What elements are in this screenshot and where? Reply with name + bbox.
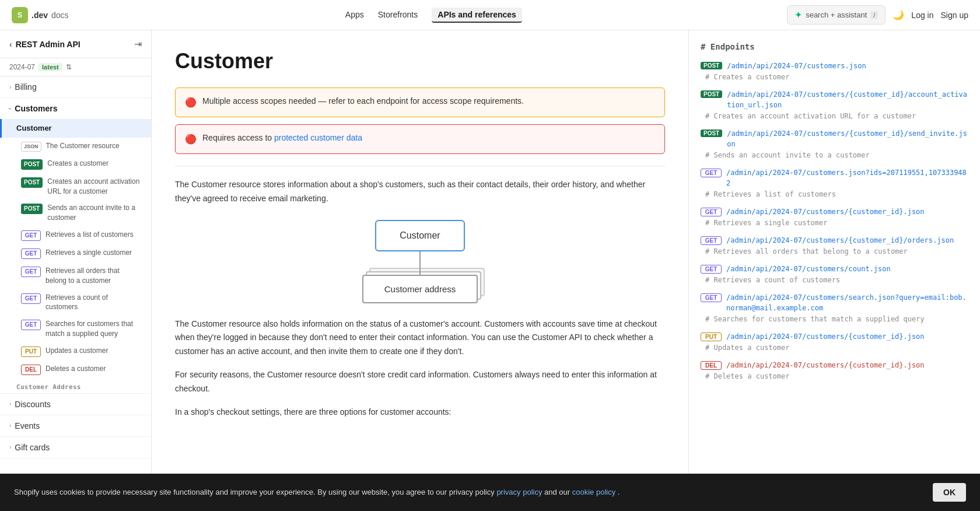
search-assistant-button[interactable]: ✦ search + assistant /	[787, 5, 886, 24]
endpoint-comment-8: # Updates a customer	[701, 344, 968, 352]
version-row: 2024-07 latest ⇅	[0, 58, 151, 76]
endpoint-path-9[interactable]: /admin/api/2024-07/customers/{customer_i…	[726, 360, 925, 370]
endpoint-path-5[interactable]: /admin/api/2024-07/customers/{customer_i…	[726, 235, 954, 246]
sidebar-sub-item-post-invite[interactable]: POST Sends an account invite to a custom…	[0, 200, 151, 226]
sidebar-section-discounts: › Discounts	[0, 394, 151, 415]
get-single-badge: GET	[21, 249, 41, 259]
sidebar-sub-item-json[interactable]: JSON The Customer resource	[0, 138, 151, 155]
search-shortcut: /	[870, 11, 878, 19]
endpoint-item-4: GET /admin/api/2024-07/customers/{custom…	[701, 206, 968, 227]
sidebar-sub-item-get-orders[interactable]: GET Retrieves all orders that belong to …	[0, 262, 151, 289]
version-select[interactable]: ⇅	[66, 63, 72, 71]
endpoint-path-0[interactable]: /admin/api/2024-07/customers.json	[727, 61, 866, 71]
logo-docs: docs	[51, 10, 69, 20]
nav-links: Apps Storefronts APIs and references	[90, 8, 778, 23]
endpoint-comment-2: # Sends an account invite to a customer	[701, 151, 968, 159]
sidebar-title: REST Admin API	[16, 40, 80, 49]
endpoint-comment-3: # Retrieves a list of customers	[701, 190, 968, 198]
auth-links: Log in Sign up	[911, 10, 968, 20]
error-icon: 🔴	[185, 132, 197, 146]
endpoint-item-1: POST /admin/api/2024-07/customers/{custo…	[701, 89, 968, 120]
endpoint-path-3[interactable]: /admin/api/2024-07/customers.json?ids=20…	[726, 167, 968, 188]
endpoints-title: # Endpoints	[701, 42, 968, 51]
alert-access-scopes: 🔴 Multiple access scopes needed — refer …	[175, 88, 665, 117]
sidebar-section-billing: › Billing	[0, 76, 151, 98]
events-section-header[interactable]: › Events	[0, 415, 151, 436]
endpoint-badge-0: POST	[701, 62, 722, 69]
protected-data-link[interactable]: protected customer data	[274, 133, 362, 142]
back-icon: ‹	[9, 40, 12, 49]
sidebar-sub-item-put-update[interactable]: PUT Updates a customer	[0, 342, 151, 360]
signup-link[interactable]: Sign up	[941, 10, 968, 20]
sidebar-sub-item-get-count[interactable]: GET Retrieves a count of customers	[0, 289, 151, 316]
cookie-policy-link[interactable]: cookie policy	[572, 488, 615, 496]
sidebar: ‹ REST Admin API ⇥ 2024-07 latest ⇅ › Bi…	[0, 30, 152, 511]
alert-protected-data: 🔴 Requires access to protected customer …	[175, 124, 665, 154]
dark-mode-button[interactable]: 🌙	[892, 9, 904, 20]
customers-section-header[interactable]: › Customers	[0, 98, 151, 119]
endpoint-comment-9: # Deletes a customer	[701, 372, 968, 380]
get-count-label: Retrieves a count of customers	[46, 293, 142, 313]
endpoint-row-9: DEL /admin/api/2024-07/customers/{custom…	[701, 360, 968, 370]
sidebar-sub-item-get-single[interactable]: GET Retrieves a single customer	[0, 244, 151, 262]
endpoint-path-7[interactable]: /admin/api/2024-07/customers/search.json…	[726, 292, 968, 313]
get-count-badge: GET	[21, 293, 41, 304]
endpoint-row-0: POST /admin/api/2024-07/customers.json	[701, 61, 968, 71]
endpoint-row-7: GET /admin/api/2024-07/customers/search.…	[701, 292, 968, 313]
logo-area: S .dev docs	[12, 7, 69, 23]
nav-link-apps[interactable]: Apps	[345, 8, 364, 23]
post-create-label: Creates a customer	[47, 159, 108, 169]
discounts-chevron: ›	[9, 401, 11, 407]
nav-link-apis[interactable]: APIs and references	[432, 8, 522, 23]
discounts-label: Discounts	[15, 400, 50, 409]
cookie-ok-button[interactable]: OK	[933, 483, 966, 502]
diagram-customer-address-box: Customer address	[362, 275, 478, 303]
get-list-label: Retrieves a list of customers	[46, 230, 134, 240]
endpoint-badge-1: POST	[701, 90, 722, 98]
top-nav: S .dev docs Apps Storefronts APIs and re…	[0, 0, 980, 30]
endpoint-path-6[interactable]: /admin/api/2024-07/customers/count.json	[726, 264, 891, 274]
spark-icon: ✦	[794, 9, 802, 20]
endpoint-badge-2: POST	[701, 130, 722, 137]
endpoint-item-6: GET /admin/api/2024-07/customers/count.j…	[701, 264, 968, 284]
cookie-main-text: Shopify uses cookies to provide necessar…	[14, 488, 495, 496]
endpoint-item-8: PUT /admin/api/2024-07/customers/{custom…	[701, 331, 968, 352]
endpoint-row-5: GET /admin/api/2024-07/customers/{custom…	[701, 235, 968, 246]
warning-icon: 🔴	[185, 96, 197, 110]
sidebar-sub-item-del-delete[interactable]: DEL Deletes a customer	[0, 360, 151, 379]
endpoint-path-2[interactable]: /admin/api/2024-07/customers/{customer_i…	[727, 128, 968, 149]
endpoint-badge-4: GET	[701, 208, 722, 216]
del-delete-label: Deletes a customer	[46, 364, 106, 374]
customers-label: Customers	[15, 104, 57, 113]
get-orders-label: Retrieves all orders that belong to a cu…	[46, 266, 142, 286]
endpoint-path-4[interactable]: /admin/api/2024-07/customers/{customer_i…	[726, 206, 925, 217]
alert-protected-text: Requires access to protected customer da…	[202, 132, 362, 144]
endpoint-row-2: POST /admin/api/2024-07/customers/{custo…	[701, 128, 968, 149]
sidebar-sub-item-post-create[interactable]: POST Creates a customer	[0, 155, 151, 173]
gift-cards-section-header[interactable]: › Gift cards	[0, 437, 151, 458]
nav-link-storefronts[interactable]: Storefronts	[378, 8, 418, 23]
main-layout: ‹ REST Admin API ⇥ 2024-07 latest ⇅ › Bi…	[0, 30, 980, 511]
post-activation-badge: POST	[21, 177, 43, 188]
sidebar-sub-item-post-activation[interactable]: POST Creates an account activation URL f…	[0, 173, 151, 200]
sidebar-item-customer[interactable]: Customer	[0, 119, 151, 138]
endpoint-row-8: PUT /admin/api/2024-07/customers/{custom…	[701, 331, 968, 342]
endpoint-comment-6: # Retrieves a count of customers	[701, 276, 968, 284]
endpoint-path-8[interactable]: /admin/api/2024-07/customers/{customer_i…	[726, 331, 925, 342]
alert-access-scopes-text: Multiple access scopes needed — refer to…	[202, 95, 524, 107]
discounts-section-header[interactable]: › Discounts	[0, 394, 151, 415]
get-orders-badge: GET	[21, 267, 41, 277]
sidebar-section-gift-cards: › Gift cards	[0, 437, 151, 459]
billing-section-header[interactable]: › Billing	[0, 76, 151, 97]
sidebar-sub-item-get-search[interactable]: GET Searches for customers that match a …	[0, 316, 151, 342]
sidebar-back-button[interactable]: ‹ REST Admin API	[9, 40, 80, 49]
endpoint-item-7: GET /admin/api/2024-07/customers/search.…	[701, 292, 968, 323]
privacy-policy-link[interactable]: privacy policy	[496, 488, 542, 496]
login-link[interactable]: Log in	[911, 10, 933, 20]
diagram-line	[419, 251, 421, 275]
json-item-label: The Customer resource	[46, 141, 120, 151]
sidebar-sub-item-get-list[interactable]: GET Retrieves a list of customers	[0, 226, 151, 244]
sidebar-expand-icon[interactable]: ⇥	[134, 38, 142, 50]
endpoint-path-1[interactable]: /admin/api/2024-07/customers/{customer_i…	[727, 89, 968, 110]
gift-cards-label: Gift cards	[15, 443, 50, 452]
